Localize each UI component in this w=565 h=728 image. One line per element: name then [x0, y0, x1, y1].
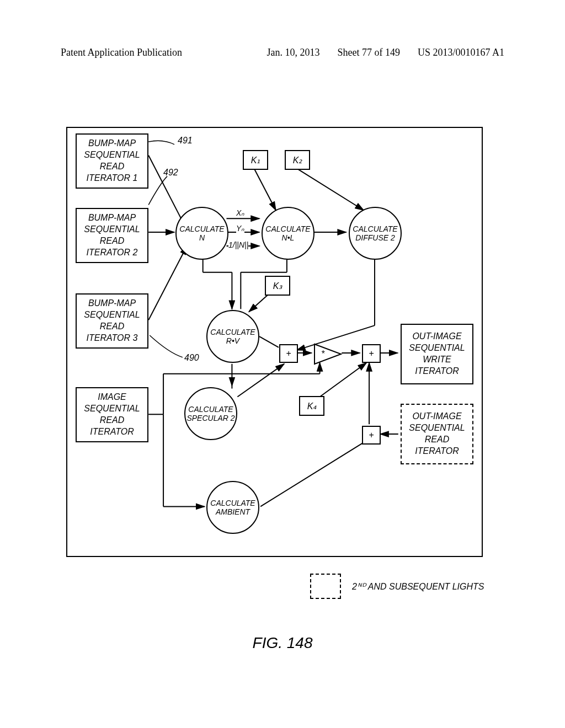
calc-ambient-node: CALCULATE AMBIENT: [206, 481, 259, 534]
calc-rv-node: CALCULATE R•V: [206, 310, 259, 363]
calc-nl-node: CALCULATE N•L: [262, 207, 315, 260]
edge-oneovern: 1/||N||: [228, 240, 248, 249]
svg-line-33: [260, 441, 366, 506]
svg-line-17: [259, 336, 279, 347]
bump-iter-3: BUMP-MAP SEQUENTIAL READ ITERATOR 3: [76, 293, 148, 349]
svg-line-23: [320, 363, 367, 397]
header-sheet: Sheet 77 of 149: [337, 47, 399, 58]
plus3-node: +: [362, 426, 381, 445]
image-iter: IMAGE SEQUENTIAL READ ITERATOR: [76, 387, 148, 442]
mult-node: *: [313, 343, 343, 365]
edge-yn: Yₙ: [236, 224, 244, 233]
svg-line-2: [148, 246, 187, 320]
svg-line-7: [298, 169, 364, 211]
bump-iter-2: BUMP-MAP SEQUENTIAL READ ITERATOR 2: [76, 208, 148, 263]
svg-text:*: *: [321, 349, 325, 358]
page-header: Patent Application Publication Jan. 10, …: [0, 47, 565, 58]
out-write-iter: OUT-IMAGE SEQUENTIAL WRITE ITERATOR: [401, 324, 473, 384]
k3-box: K₃: [265, 276, 290, 296]
edge-xn: Xₙ: [236, 208, 244, 217]
svg-marker-36: [315, 344, 341, 364]
calc-specular-node: CALCULATE SPECULAR 2: [184, 387, 237, 440]
header-pubno: US 2013/0010167 A1: [418, 47, 504, 58]
k4-box: K₄: [299, 396, 324, 416]
legend-text: 2ᴺᴰ AND SUBSEQUENT LIGHTS: [352, 581, 484, 592]
diagram-frame: BUMP-MAP SEQUENTIAL READ ITERATOR 1 BUMP…: [66, 127, 483, 557]
calc-n-node: CALCULATE N: [175, 207, 228, 260]
svg-line-6: [254, 169, 276, 211]
bump-iter-1: BUMP-MAP SEQUENTIAL READ ITERATOR 1: [76, 133, 148, 189]
ref-491: 491: [178, 136, 193, 146]
header-date: Jan. 10, 2013: [266, 47, 319, 58]
svg-line-0: [148, 156, 185, 227]
ref-490: 490: [184, 353, 199, 363]
header-right: Jan. 10, 2013 Sheet 77 of 149 US 2013/00…: [266, 47, 504, 58]
calc-diffuse-node: CALCULATE DIFFUSE 2: [349, 207, 402, 260]
k1-box: K₁: [243, 150, 268, 170]
plus1-node: +: [279, 344, 298, 363]
figure-caption: FIG. 148: [0, 634, 565, 652]
legend-swatch: [310, 574, 341, 599]
out-read-iter: OUT-IMAGE SEQUENTIAL READ ITERATOR: [401, 404, 473, 464]
plus2-node: +: [362, 344, 381, 363]
k2-box: K₂: [285, 150, 310, 170]
svg-line-26: [237, 364, 284, 397]
ref-492: 492: [163, 168, 178, 178]
header-left: Patent Application Publication: [61, 47, 182, 58]
legend: 2ᴺᴰ AND SUBSEQUENT LIGHTS: [310, 574, 484, 599]
